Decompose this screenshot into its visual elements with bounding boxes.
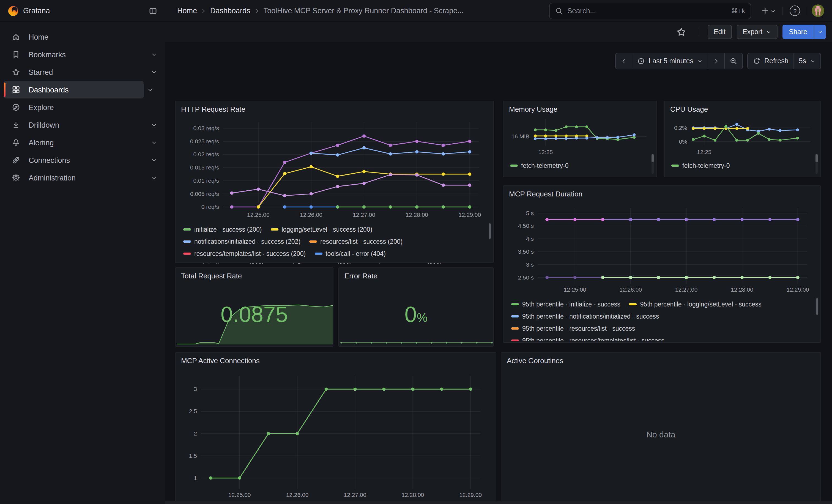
legend-item[interactable]: 95th percentile - initialize - success bbox=[511, 301, 620, 308]
legend-scrollbar[interactable] bbox=[489, 223, 491, 239]
legend-item[interactable]: logging/setLevel - success (200) bbox=[270, 226, 372, 233]
refresh-button[interactable]: Refresh bbox=[747, 53, 794, 69]
sidebar-item-starred[interactable]: Starred bbox=[4, 63, 162, 81]
legend-scrollbar[interactable] bbox=[815, 154, 818, 162]
sidebar-item-administration[interactable]: Administration bbox=[4, 169, 162, 187]
grafana-logo-icon[interactable] bbox=[8, 5, 19, 16]
svg-text:12:29:00: 12:29:00 bbox=[458, 212, 481, 218]
time-shift-back-button[interactable] bbox=[615, 53, 632, 69]
legend-item[interactable]: tools/call - success (200) bbox=[183, 262, 264, 264]
breadcrumb-current-dashboard[interactable]: ToolHive MCP Server & Proxy Runner Dashb… bbox=[264, 7, 464, 15]
chevron-down-icon[interactable] bbox=[151, 175, 157, 181]
legend-item[interactable]: 95th percentile - logging/setLevel - suc… bbox=[629, 301, 761, 308]
time-shift-forward-button[interactable] bbox=[708, 53, 725, 69]
panel-title[interactable]: Active Goroutines bbox=[507, 356, 563, 365]
legend-item[interactable]: resources/templates/list - success (200) bbox=[183, 250, 306, 257]
panel-total-request-rate: Total Request Rate 0.0875 bbox=[175, 267, 334, 347]
chevron-down-icon bbox=[766, 29, 771, 34]
breadcrumb-home[interactable]: Home bbox=[177, 7, 197, 15]
legend-item[interactable]: 95th percentile - notifications/initiali… bbox=[511, 313, 659, 320]
grafana-app: Grafana Home Dashboards ToolHive MCP Ser… bbox=[0, 0, 832, 504]
panel-title[interactable]: Total Request Rate bbox=[181, 272, 242, 280]
panel-title[interactable]: MCP Active Connections bbox=[181, 356, 260, 365]
legend-item[interactable]: tools/list - success (200) bbox=[272, 262, 352, 264]
legend-swatch bbox=[309, 240, 317, 243]
svg-text:0.015 req/s: 0.015 req/s bbox=[190, 164, 219, 170]
add-button[interactable] bbox=[759, 4, 778, 17]
cpu-usage-chart[interactable]: 12:250.2%0% bbox=[670, 115, 814, 155]
svg-text:3 s: 3 s bbox=[526, 261, 534, 268]
edit-button[interactable]: Edit bbox=[708, 25, 732, 39]
mcp-request-duration-legend: 95th percentile - initialize - success 9… bbox=[511, 298, 811, 341]
memory-usage-legend: fetch-telemetry-0 bbox=[510, 160, 642, 173]
legend-item[interactable]: 95th percentile - resources/list - succe… bbox=[511, 325, 635, 332]
chevron-down-icon[interactable] bbox=[147, 86, 154, 93]
share-dropdown-button[interactable] bbox=[814, 25, 826, 39]
breadcrumb-dashboards[interactable]: Dashboards bbox=[210, 7, 250, 15]
legend-item[interactable]: unknown - success (200) bbox=[360, 262, 442, 264]
chevron-down-icon[interactable] bbox=[151, 122, 157, 128]
svg-text:0 req/s: 0 req/s bbox=[201, 204, 219, 210]
search-input[interactable]: Search... ⌘+k bbox=[549, 2, 751, 19]
favorite-star-icon[interactable] bbox=[674, 25, 688, 39]
http-request-rate-chart[interactable]: 12:25:0012:26:0012:27:0012:28:0012:29:00… bbox=[182, 118, 488, 220]
chevron-down-icon bbox=[697, 58, 703, 64]
dashboard-toolbar: Edit Export Share bbox=[165, 22, 832, 43]
sidebar-item-dashboards[interactable]: Dashboards bbox=[4, 81, 144, 99]
legend-swatch bbox=[671, 164, 679, 167]
sidebar-toggle-icon[interactable] bbox=[148, 5, 158, 16]
panel-title[interactable]: HTTP Request Rate bbox=[181, 105, 245, 113]
legend-item[interactable]: tools/call - error (404) bbox=[314, 250, 386, 257]
legend-scrollbar[interactable] bbox=[816, 298, 818, 315]
legend-swatch bbox=[270, 228, 278, 231]
svg-text:0%: 0% bbox=[679, 138, 687, 145]
legend-swatch bbox=[511, 303, 519, 306]
sidebar-item-explore[interactable]: Explore bbox=[4, 99, 162, 116]
svg-text:0.2%: 0.2% bbox=[674, 125, 687, 131]
clock-icon bbox=[637, 57, 645, 65]
share-button[interactable]: Share bbox=[782, 25, 814, 39]
error-rate-sparkline[interactable] bbox=[340, 336, 493, 345]
divider bbox=[698, 27, 698, 36]
panel-title[interactable]: MCP Request Duration bbox=[509, 190, 582, 198]
bell-icon bbox=[11, 138, 20, 147]
legend-item[interactable]: notifications/initialized - success (202… bbox=[183, 238, 301, 245]
panel-title[interactable]: Error Rate bbox=[344, 272, 378, 280]
svg-text:3.50 s: 3.50 s bbox=[518, 248, 534, 255]
svg-text:2.50 s: 2.50 s bbox=[518, 274, 534, 281]
memory-usage-chart[interactable]: 12:2516 MiB bbox=[509, 115, 650, 155]
legend-item[interactable]: fetch-telemetry-0 bbox=[671, 162, 730, 169]
export-button[interactable]: Export bbox=[736, 25, 777, 39]
svg-text:12:28:00: 12:28:00 bbox=[731, 286, 753, 293]
mcp-active-connections-chart[interactable]: 12:25:0012:26:0012:27:0012:28:0012:29:00… bbox=[182, 369, 490, 503]
chevron-down-icon[interactable] bbox=[151, 69, 157, 75]
panel-title[interactable]: CPU Usage bbox=[670, 105, 708, 113]
refresh-interval-picker[interactable]: 5s bbox=[794, 53, 821, 69]
legend-item[interactable]: initialize - success (200) bbox=[183, 226, 262, 233]
chevron-down-icon[interactable] bbox=[151, 139, 157, 146]
zoom-out-button[interactable] bbox=[724, 53, 743, 69]
user-avatar[interactable] bbox=[812, 4, 824, 17]
svg-text:3: 3 bbox=[194, 386, 197, 392]
legend-scrollbar[interactable] bbox=[651, 154, 654, 162]
sidebar-item-connections[interactable]: Connections bbox=[4, 151, 162, 169]
sidebar-item-alerting[interactable]: Alerting bbox=[4, 134, 162, 151]
panel-title[interactable]: Memory Usage bbox=[509, 105, 557, 113]
chevron-down-icon[interactable] bbox=[151, 51, 157, 58]
mcp-request-duration-chart[interactable]: 12:25:0012:26:0012:27:0012:28:0012:29:00… bbox=[510, 203, 815, 295]
chevron-down-icon[interactable] bbox=[151, 157, 157, 163]
panel-cpu-usage: CPU Usage 12:250.2%0% fetch-telemetry-0 bbox=[664, 101, 821, 177]
sidebar-item-bookmarks[interactable]: Bookmarks bbox=[4, 46, 162, 63]
time-range-picker[interactable]: Last 5 minutes bbox=[631, 53, 708, 69]
legend-swatch bbox=[511, 315, 519, 317]
legend-item[interactable]: resources/list - success (200) bbox=[309, 238, 402, 245]
dashboards-grid-icon bbox=[11, 85, 20, 94]
help-button[interactable]: ? bbox=[787, 3, 802, 18]
legend-item[interactable]: fetch-telemetry-0 bbox=[510, 162, 569, 169]
sidebar-item-drilldown[interactable]: Drilldown bbox=[4, 116, 162, 134]
zoom-out-icon bbox=[730, 57, 737, 65]
total-request-rate-value: 0.0875 bbox=[176, 302, 333, 326]
sidebar-item-home[interactable]: Home bbox=[4, 28, 162, 46]
legend-swatch bbox=[510, 164, 518, 167]
legend-item[interactable]: 95th percentile - resources/templates/li… bbox=[511, 337, 664, 341]
